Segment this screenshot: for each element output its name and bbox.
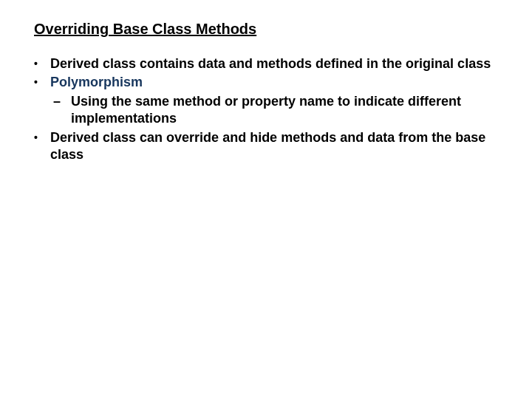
- sub-bullet-text: Using the same method or property name t…: [71, 93, 510, 128]
- list-item: • Derived class contains data and method…: [34, 55, 510, 72]
- sub-list: – Using the same method or property name…: [50, 93, 510, 128]
- bullet-marker: •: [34, 129, 50, 164]
- slide-title: Overriding Base Class Methods: [34, 21, 510, 38]
- list-item: • Derived class can override and hide me…: [34, 129, 510, 164]
- bullet-marker: •: [34, 55, 50, 72]
- bullet-marker: •: [34, 74, 50, 127]
- sub-list-item: – Using the same method or property name…: [50, 93, 510, 128]
- bullet-text: Derived class contains data and methods …: [50, 55, 510, 72]
- list-item: • Polymorphism – Using the same method o…: [34, 74, 510, 127]
- bullet-text-highlighted: Polymorphism: [50, 75, 143, 89]
- bullet-text: Derived class can override and hide meth…: [50, 129, 510, 164]
- bullet-list: • Derived class contains data and method…: [22, 55, 510, 163]
- dash-marker: –: [50, 93, 71, 128]
